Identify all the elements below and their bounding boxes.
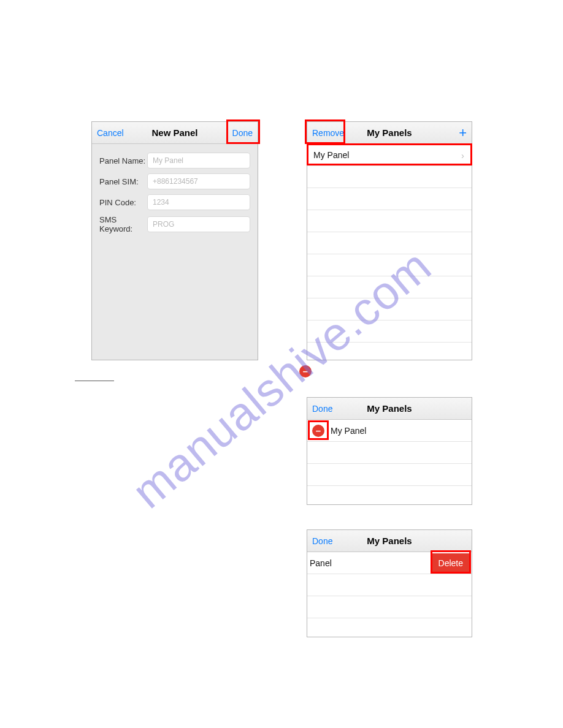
done-button-new-panel[interactable]: Done — [232, 128, 253, 138]
label-pin-code: PIN Code: — [99, 198, 147, 207]
list-row-empty — [307, 464, 472, 486]
list-row-empty — [307, 166, 472, 188]
list-row-empty — [307, 276, 472, 298]
delete-button[interactable]: Delete — [431, 553, 470, 572]
panel-row-my-panel[interactable]: My Panel › — [307, 144, 472, 166]
screen-my-panels-list: Remove My Panels + My Panel › — [307, 121, 472, 360]
navbar-my-panels-remove: Remove My Panels + — [307, 122, 472, 144]
cancel-button[interactable]: Cancel — [97, 128, 124, 138]
navbar-title-new-panel: New Panel — [151, 127, 197, 138]
row-sms-keyword: SMS Keyword: — [99, 215, 250, 233]
minus-icon-row[interactable] — [312, 425, 324, 437]
navbar-my-panels-done-1: Done My Panels — [307, 398, 472, 420]
row-panel-name: Panel Name: — [99, 153, 250, 169]
input-sms-keyword[interactable] — [147, 216, 250, 232]
list-row-empty — [307, 210, 472, 232]
navbar-title-my-panels-2: My Panels — [367, 403, 412, 414]
chevron-right-icon: › — [461, 150, 464, 160]
panel-list-2: My Panel — [307, 420, 472, 504]
panel-row-delete[interactable]: Panel Delete — [307, 552, 472, 574]
screen-my-panels-editing: Done My Panels My Panel — [307, 397, 472, 505]
panel-row-label-editing: My Panel — [331, 426, 366, 436]
list-row-empty — [307, 574, 472, 596]
label-panel-name: Panel Name: — [99, 156, 147, 165]
label-panel-sim: Panel SIM: — [99, 177, 147, 186]
decorative-underline — [75, 381, 114, 381]
done-button-editing[interactable]: Done — [312, 404, 332, 414]
list-row-empty — [307, 232, 472, 254]
list-row-empty — [307, 320, 472, 343]
panel-list-1: My Panel › — [307, 144, 472, 360]
new-panel-form: Panel Name: Panel SIM: PIN Code: SMS Key… — [92, 144, 258, 360]
navbar-title-my-panels-1: My Panels — [367, 127, 412, 138]
panel-row-editing[interactable]: My Panel — [307, 420, 472, 442]
navbar-my-panels-done-2: Done My Panels — [307, 530, 472, 552]
plus-icon[interactable]: + — [459, 126, 467, 140]
panel-row-label-delete: Panel — [310, 558, 332, 568]
minus-icon-floating — [299, 365, 312, 377]
input-panel-sim[interactable] — [147, 173, 250, 189]
list-row-empty — [307, 298, 472, 320]
list-row-empty — [307, 254, 472, 276]
navbar-new-panel: Cancel New Panel Done — [92, 122, 258, 144]
input-pin-code[interactable] — [147, 194, 250, 210]
screen-my-panels-delete: Done My Panels Panel Delete — [307, 529, 472, 637]
row-pin-code: PIN Code: — [99, 194, 250, 210]
list-row-empty — [307, 596, 472, 618]
panel-list-3: Panel Delete — [307, 552, 472, 637]
input-panel-name[interactable] — [147, 153, 250, 169]
list-row-empty — [307, 442, 472, 464]
row-panel-sim: Panel SIM: — [99, 173, 250, 189]
done-button-delete[interactable]: Done — [312, 536, 332, 546]
label-sms-keyword: SMS Keyword: — [99, 215, 147, 233]
navbar-title-my-panels-3: My Panels — [367, 536, 412, 546]
screen-new-panel: Cancel New Panel Done Panel Name: Panel … — [91, 121, 258, 360]
remove-button[interactable]: Remove — [312, 128, 344, 138]
list-row-empty — [307, 188, 472, 210]
panel-row-label: My Panel — [313, 150, 349, 160]
